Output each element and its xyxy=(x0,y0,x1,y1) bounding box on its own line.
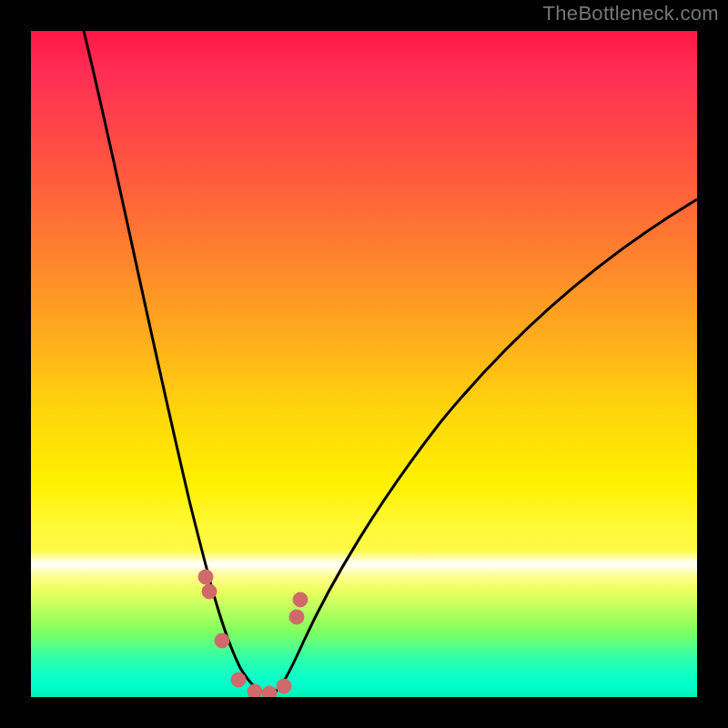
bottleneck-curve xyxy=(31,31,697,697)
svg-point-7 xyxy=(289,610,304,624)
svg-point-0 xyxy=(198,570,213,584)
plot-area xyxy=(31,31,697,697)
curve-right-branch xyxy=(269,199,697,695)
marker-dots xyxy=(198,570,308,697)
svg-point-8 xyxy=(293,592,308,607)
svg-point-5 xyxy=(262,686,277,697)
svg-point-1 xyxy=(202,584,217,599)
curve-left-branch xyxy=(84,31,269,695)
chart-frame: TheBottleneck.com xyxy=(0,0,728,728)
svg-point-2 xyxy=(215,633,229,648)
watermark-text: TheBottleneck.com xyxy=(543,2,719,25)
svg-point-4 xyxy=(248,684,262,697)
svg-point-3 xyxy=(231,672,246,687)
svg-point-6 xyxy=(277,679,291,693)
